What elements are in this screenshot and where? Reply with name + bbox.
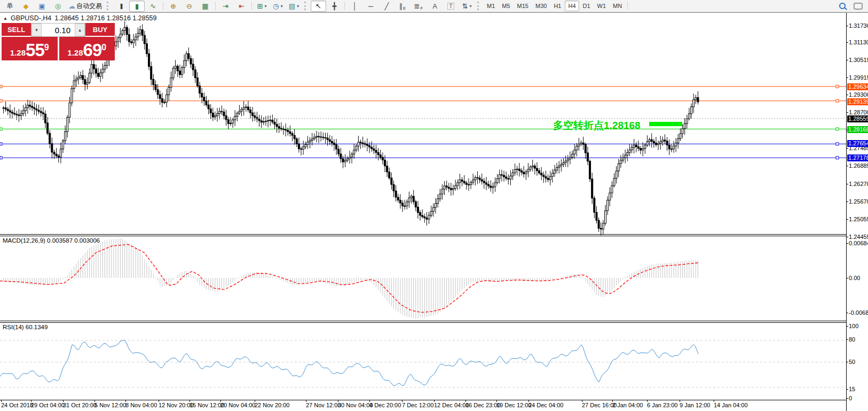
text-label-icon: T xyxy=(447,3,454,10)
zoom-in-button[interactable]: ⊕ xyxy=(165,1,181,12)
sell-price-button[interactable]: 1.28 55 9 xyxy=(2,37,58,60)
price-tick: 1.26885 xyxy=(849,162,868,169)
mt4-terminal: 单◆▣◎☁自动交易|||▮∿⊕⊖▦⇥⇤⊞▾◷▾▤▾↖╋│─╱∥E≣FAT⇅▾M1… xyxy=(0,0,868,411)
level-price-label: 1.27654 xyxy=(847,140,868,147)
price-tick: 1.25670 xyxy=(849,198,868,205)
toolbar-grip[interactable] xyxy=(477,2,480,10)
vertical-line-icon: │ xyxy=(352,2,357,10)
time-tick: 15 Nov 12:00 xyxy=(190,402,224,408)
bar-chart-button[interactable]: ||| xyxy=(113,1,129,12)
macd-tick: 0.00 xyxy=(849,275,860,281)
autotrading-button[interactable]: ☁自动交易 xyxy=(66,1,104,12)
signals-icon: ◎ xyxy=(55,2,61,10)
toolbar-separator xyxy=(215,2,216,10)
time-tick: 2 Jan 04:00 xyxy=(612,402,643,408)
dropdown-caret-icon: ▾ xyxy=(264,4,266,9)
buy-price-sup: 0 xyxy=(101,37,106,58)
chart-canvas[interactable] xyxy=(0,12,846,411)
level-price-label: 1.29634 xyxy=(847,83,868,90)
rsi-tick: 50 xyxy=(849,359,855,365)
search-button[interactable] xyxy=(834,1,850,12)
trendline-icon: ╱ xyxy=(385,2,389,10)
macd-indicator-label: MACD(12,26,9) 0.003587 0.003006 xyxy=(3,237,100,244)
templates-button[interactable]: ▤▾ xyxy=(286,1,302,12)
toolbar-grip[interactable] xyxy=(107,2,110,10)
auto-scroll-button[interactable]: ⇥ xyxy=(218,1,233,12)
time-tick: 14 Jan 04:00 xyxy=(714,402,748,408)
fibonacci-button[interactable]: ≣F xyxy=(411,1,427,12)
text-button[interactable]: A xyxy=(427,1,443,12)
trendline-button[interactable]: ╱ xyxy=(379,1,394,12)
level-lines-layer xyxy=(0,85,846,159)
periods-button[interactable]: ◷▾ xyxy=(270,1,286,12)
chart-title-bar: ▲ GBPUSD-,H4 1.28645 1.28716 1.28516 1.2… xyxy=(3,14,156,22)
indicators-button[interactable]: ⊞▾ xyxy=(254,1,270,12)
rsi-indicator-label: RSI(14) 60.1349 xyxy=(3,324,48,330)
line-chart-button[interactable]: ∿ xyxy=(145,1,161,12)
tile-windows-icon: ▦ xyxy=(202,2,208,10)
level-price-label: 1.27178 xyxy=(847,154,868,161)
time-tick: 24 Dec 04:00 xyxy=(528,402,563,408)
toolbar-grip[interactable] xyxy=(304,2,307,10)
time-tick: 9 Jan 12:00 xyxy=(680,402,711,408)
volume-decrease-button[interactable]: ▾ xyxy=(31,24,42,36)
timeframe-h4-button[interactable]: H4 xyxy=(565,1,579,11)
time-tick: 4 Dec 20:00 xyxy=(369,402,401,408)
chart-shift-button[interactable]: ⇤ xyxy=(234,1,249,12)
timeframe-d1-button[interactable]: D1 xyxy=(580,1,594,11)
cursor-button[interactable]: ↖ xyxy=(311,1,326,12)
new-order-button[interactable]: 单 xyxy=(2,1,18,12)
timeframe-w1-button[interactable]: W1 xyxy=(594,1,610,11)
vertical-line-button[interactable]: │ xyxy=(347,1,362,12)
volume-input[interactable]: 0.10 xyxy=(42,24,75,36)
candlestick-button[interactable]: ▮ xyxy=(129,1,145,12)
timeframe-mn-button[interactable]: MN xyxy=(610,1,625,11)
rsi-tick: 0 xyxy=(849,395,852,401)
toolbar-separator xyxy=(251,2,252,10)
volume-increase-button[interactable]: ▴ xyxy=(75,24,85,36)
rsi-tick: 15 xyxy=(849,386,855,392)
channel-icon: ∥ xyxy=(399,2,403,10)
main-macd-separator[interactable] xyxy=(0,234,868,235)
market-button[interactable]: ▣ xyxy=(34,1,50,12)
zoom-out-button[interactable]: ⊖ xyxy=(182,1,197,12)
text-icon: A xyxy=(432,2,437,10)
metaeditor-button[interactable]: ◆ xyxy=(18,1,34,12)
templates-icon: ▤ xyxy=(289,2,295,10)
tile-windows-button[interactable]: ▦ xyxy=(198,1,213,12)
autotrading-icon: ☁ xyxy=(68,2,75,10)
signals-button[interactable]: ◎ xyxy=(50,1,66,12)
time-tick: 8 Nov 04:00 xyxy=(125,402,157,408)
buy-button[interactable]: BUY xyxy=(85,23,115,37)
sell-button[interactable]: SELL xyxy=(2,23,31,37)
chart-symbol-period: GBPUSD-,H4 xyxy=(11,14,51,22)
price-tick: 1.28700 xyxy=(849,109,868,115)
buy-price-button[interactable]: 1.28 69 0 xyxy=(59,37,115,60)
rsi-tick: 80 xyxy=(849,336,855,343)
sell-price-sup: 9 xyxy=(44,37,49,58)
crosshair-button[interactable]: ╋ xyxy=(327,1,342,12)
timeframe-m1-button[interactable]: M1 xyxy=(484,1,498,11)
arrows-icon: ⇅ xyxy=(462,2,468,10)
bar-chart-icon: ||| xyxy=(120,3,122,9)
macd-layer xyxy=(0,238,698,319)
search-icon xyxy=(839,3,846,9)
timeframe-m5-button[interactable]: M5 xyxy=(499,1,513,11)
timeframe-m30-button[interactable]: M30 xyxy=(532,1,550,11)
macd-rsi-separator[interactable] xyxy=(0,321,868,321)
horizontal-line-button[interactable]: ─ xyxy=(363,1,378,12)
horizontal-line-icon: ─ xyxy=(368,2,373,10)
current-price-label: 1.28559 xyxy=(847,115,868,122)
crosshair-icon: ╋ xyxy=(333,2,337,10)
arrows-button[interactable]: ⇅▾ xyxy=(459,1,475,12)
collapse-trade-panel-icon[interactable]: ▲ xyxy=(3,16,7,21)
price-tick: 1.25055 xyxy=(849,216,868,222)
equidistant-channel-button[interactable]: ∥E xyxy=(395,1,411,12)
chat-button[interactable] xyxy=(850,1,866,12)
timeframe-h1-button[interactable]: H1 xyxy=(550,1,564,11)
time-tick: 12 Dec 04:00 xyxy=(434,402,469,408)
text-label-button[interactable]: T xyxy=(443,1,459,12)
timeframe-m15-button[interactable]: M15 xyxy=(514,1,532,11)
price-tick: 1.31730 xyxy=(849,22,868,29)
volume-stepper: ▾ 0.10 ▴ xyxy=(31,23,85,37)
